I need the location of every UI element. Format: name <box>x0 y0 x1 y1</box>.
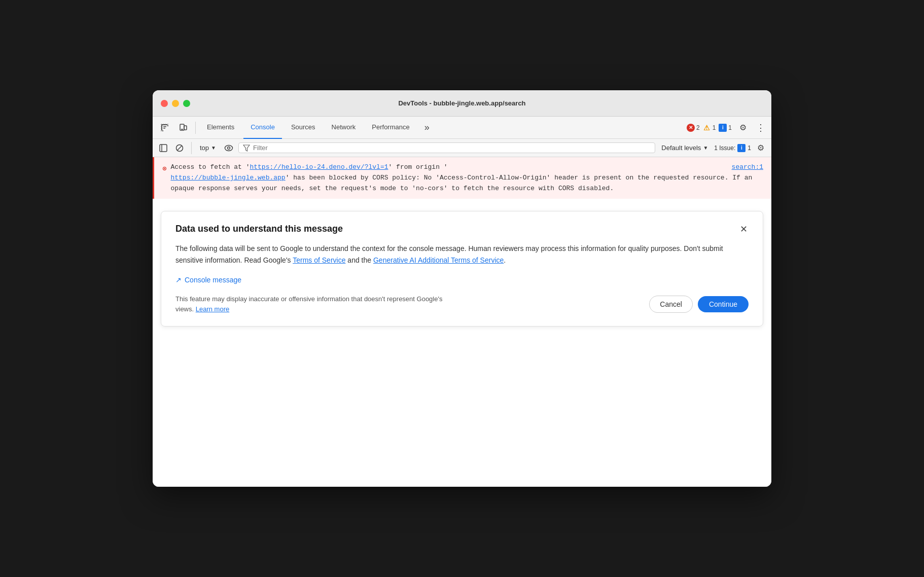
ban-icon <box>175 144 184 152</box>
more-tabs-button[interactable]: » <box>419 120 435 136</box>
tos-link[interactable]: Terms of Service <box>293 256 345 264</box>
svg-rect-2 <box>162 130 163 131</box>
info-icon: i <box>719 124 727 132</box>
tab-network[interactable]: Network <box>325 117 363 139</box>
ai-dialog-card: Data used to understand this message ✕ T… <box>161 211 763 327</box>
device-toolbar-button[interactable] <box>175 120 191 136</box>
dialog-body: The following data will be sent to Googl… <box>175 243 749 266</box>
svg-line-15 <box>177 146 182 150</box>
clear-console-button[interactable] <box>173 141 186 155</box>
svg-point-17 <box>227 147 230 149</box>
log-levels-selector[interactable]: Default levels ▼ <box>658 143 711 153</box>
console-message-link[interactable]: ↗ Console message <box>175 276 749 284</box>
toolbar-divider <box>195 122 196 134</box>
minimize-button[interactable] <box>172 100 179 107</box>
continue-button[interactable]: Continue <box>698 296 749 312</box>
content-wrapper: ⊗ search:1 Access to fetch at 'https://h… <box>153 157 771 487</box>
info-badge: i 1 <box>719 124 732 132</box>
error-message-row: ⊗ search:1 Access to fetch at 'https://h… <box>153 157 771 199</box>
settings-button[interactable]: ⚙ <box>735 120 751 136</box>
svg-rect-1 <box>161 125 162 130</box>
error-circle-icon: ⊗ <box>162 163 166 174</box>
svg-rect-4 <box>167 125 168 126</box>
error-badge: ✕ 2 <box>687 124 700 132</box>
levels-chevron-icon: ▼ <box>703 145 708 151</box>
svg-rect-10 <box>184 126 187 130</box>
live-expressions-button[interactable] <box>222 141 235 155</box>
close-button[interactable] <box>161 100 168 107</box>
origin-url-link[interactable]: https://bubble-jingle.web.app <box>170 174 285 182</box>
console-content: ⊗ search:1 Access to fetch at 'https://h… <box>153 157 771 487</box>
error-icon: ✕ <box>687 124 695 132</box>
maximize-button[interactable] <box>183 100 190 107</box>
source-link[interactable]: search:1 <box>732 162 763 173</box>
tab-sources[interactable]: Sources <box>284 117 323 139</box>
tab-console[interactable]: Console <box>243 117 282 139</box>
svg-rect-12 <box>160 145 167 152</box>
sidebar-toggle-button[interactable] <box>157 141 170 155</box>
learn-more-link[interactable]: Learn more <box>196 305 229 313</box>
dialog-title: Data used to understand this message <box>175 224 343 234</box>
cancel-button[interactable]: Cancel <box>649 296 693 313</box>
device-icon <box>179 123 188 132</box>
filter-input[interactable] <box>253 144 651 152</box>
more-options-button[interactable]: ⋮ <box>754 120 767 135</box>
console-toolbar: top ▼ Default levels ▼ 1 Issue: i 1 ⚙ <box>153 139 771 157</box>
tab-elements[interactable]: Elements <box>200 117 241 139</box>
window-title: DevTools - bubble-jingle.web.app/search <box>398 99 525 107</box>
issue-badge: 1 Issue: i 1 <box>714 144 751 152</box>
dialog-actions: Cancel Continue <box>649 296 749 313</box>
cursor-icon <box>160 123 169 132</box>
sidebar-icon <box>159 144 167 152</box>
ai-tos-link[interactable]: Generative AI Additional Terms of Servic… <box>373 256 504 264</box>
svg-rect-6 <box>163 128 165 129</box>
warning-badge: ⚠ 1 <box>703 124 716 132</box>
eye-icon <box>224 145 233 152</box>
dialog-footer: This feature may display inaccurate or o… <box>175 294 749 314</box>
inspect-element-button[interactable] <box>157 120 173 136</box>
chevron-down-icon: ▼ <box>211 145 216 151</box>
svg-point-16 <box>225 145 232 151</box>
svg-marker-18 <box>243 145 250 151</box>
window-controls <box>161 100 190 107</box>
fetch-url-link[interactable]: https://hello-io-24.deno.dev/?lvl=1 <box>250 163 388 171</box>
main-toolbar: Elements Console Sources Network Perform… <box>153 117 771 139</box>
dialog-footer-text: This feature may display inaccurate or o… <box>175 294 449 314</box>
svg-rect-5 <box>163 126 166 127</box>
warning-icon: ⚠ <box>703 124 711 132</box>
devtools-window: DevTools - bubble-jingle.web.app/search <box>153 90 771 487</box>
dialog-header: Data used to understand this message ✕ <box>175 224 749 235</box>
titlebar: DevTools - bubble-jingle.web.app/search <box>153 90 771 117</box>
filter-container <box>238 142 655 153</box>
tab-performance[interactable]: Performance <box>365 117 416 139</box>
filter-icon <box>243 145 250 152</box>
external-link-icon: ↗ <box>175 276 182 284</box>
error-message-text: search:1 Access to fetch at 'https://hel… <box>170 162 763 194</box>
issue-count-icon: i <box>737 144 745 152</box>
context-selector[interactable]: top ▼ <box>197 143 219 153</box>
svg-rect-3 <box>162 124 167 125</box>
console-divider <box>191 142 192 154</box>
dialog-close-button[interactable]: ✕ <box>739 224 749 235</box>
toolbar-right: ✕ 2 ⚠ 1 i 1 ⚙ ⋮ <box>687 120 767 136</box>
console-settings-button[interactable]: ⚙ <box>754 141 767 155</box>
